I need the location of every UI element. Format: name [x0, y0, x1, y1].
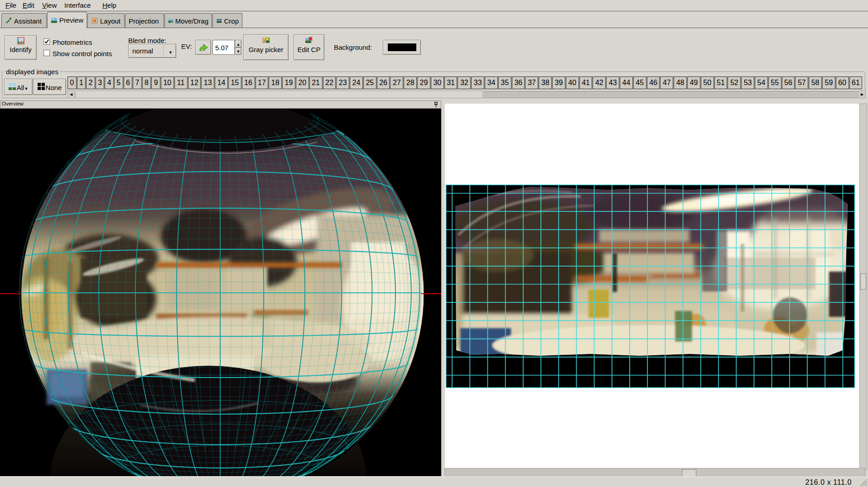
svg-text:1: 1	[20, 38, 22, 43]
svg-text:GL: GL	[52, 18, 55, 21]
